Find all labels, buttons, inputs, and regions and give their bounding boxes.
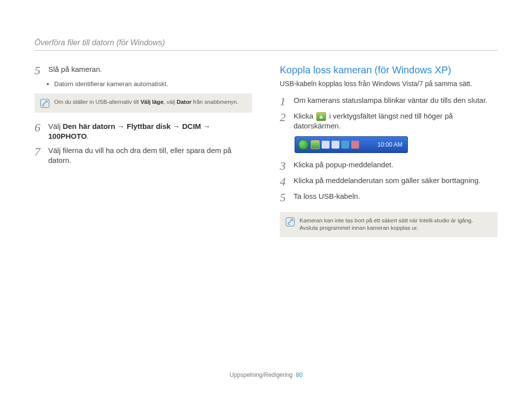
tray-icon: [332, 141, 339, 149]
step-number: 2: [280, 111, 289, 131]
step-text: Välj filerna du vill ha och dra dem till…: [48, 146, 252, 166]
tray-volume-icon: [341, 141, 349, 149]
tray-safely-remove-icon: [311, 140, 320, 149]
note-icon: [286, 217, 295, 226]
windows-taskbar-screenshot: 10:00 AM: [295, 136, 408, 153]
right-step-3: 3 Klicka på popup-meddelandet.: [280, 160, 498, 172]
step-5-bullets: Datorn identifierar kameran automatiskt.: [50, 80, 252, 88]
right-step-4: 4 Klicka på meddelanderutan som gäller s…: [280, 176, 498, 187]
right-step-1: 1 Om kamerans statuslampa blinkar väntar…: [280, 95, 498, 107]
step-5: 5 Slå på kameran.: [34, 64, 252, 76]
page-header-title: Överföra filer till datorn (för Windows): [34, 38, 498, 47]
step-number: 5: [280, 191, 289, 203]
step-7: 7 Välj filerna du vill ha och dra dem ti…: [34, 146, 252, 166]
note-icon: [40, 99, 49, 108]
tray-icon: [351, 141, 359, 149]
note-box-2: Kameran kan inte tas bort på ett säkert …: [280, 212, 498, 237]
step-number: 3: [280, 160, 289, 172]
left-column: 5 Slå på kameran. Datorn identifierar ka…: [34, 64, 252, 246]
header-rule: [34, 50, 498, 51]
step-text: Om kamerans statuslampa blinkar väntar d…: [294, 95, 488, 107]
section-title: Koppla loss kameran (för Windows XP): [280, 64, 498, 76]
step-number: 4: [280, 176, 289, 187]
step-text: Välj Den här datorn → Flyttbar disk → DC…: [48, 122, 252, 142]
note-text: Kameran kan inte tas bort på ett säkert …: [299, 217, 492, 232]
step-text: Klicka i verktygsfältet längst ned till …: [294, 111, 498, 131]
page-footer: Uppspelning/Redigering 80: [0, 371, 532, 378]
step-text: Klicka på meddelanderutan som gäller säk…: [294, 176, 480, 187]
content-columns: 5 Slå på kameran. Datorn identifierar ka…: [34, 64, 498, 246]
step-text: Ta loss USB-kabeln.: [294, 191, 360, 203]
footer-page-number: 80: [296, 371, 302, 378]
right-column: Koppla loss kameran (för Windows XP) USB…: [280, 64, 498, 246]
bullet-item: Datorn identifierar kameran automatiskt.: [54, 80, 252, 88]
step-number: 6: [34, 122, 43, 142]
step-number: 1: [280, 95, 289, 107]
section-subtitle: USB-kabeln kopplas loss från Windows Vis…: [280, 80, 498, 88]
taskbar-clock: 10:00 AM: [377, 141, 404, 148]
safely-remove-icon: [316, 112, 326, 121]
step-number: 7: [34, 146, 43, 166]
manual-page: Överföra filer till datorn (för Windows)…: [0, 0, 532, 401]
step-6: 6 Välj Den här datorn → Flyttbar disk → …: [34, 122, 252, 142]
step-number: 5: [34, 64, 43, 76]
step-text: Slå på kameran.: [48, 64, 102, 76]
right-step-2: 2 Klicka i verktygsfältet längst ned til…: [280, 111, 498, 131]
right-step-5: 5 Ta loss USB-kabeln.: [280, 191, 498, 203]
note-box-1: Om du ställer in USB-alternativ till Väl…: [34, 93, 252, 113]
footer-section: Uppspelning/Redigering: [230, 371, 293, 378]
start-button-icon: [298, 139, 309, 150]
step-text: Klicka på popup-meddelandet.: [294, 160, 394, 172]
note-text: Om du ställer in USB-alternativ till Väl…: [54, 98, 238, 106]
tray-icon: [322, 141, 330, 149]
